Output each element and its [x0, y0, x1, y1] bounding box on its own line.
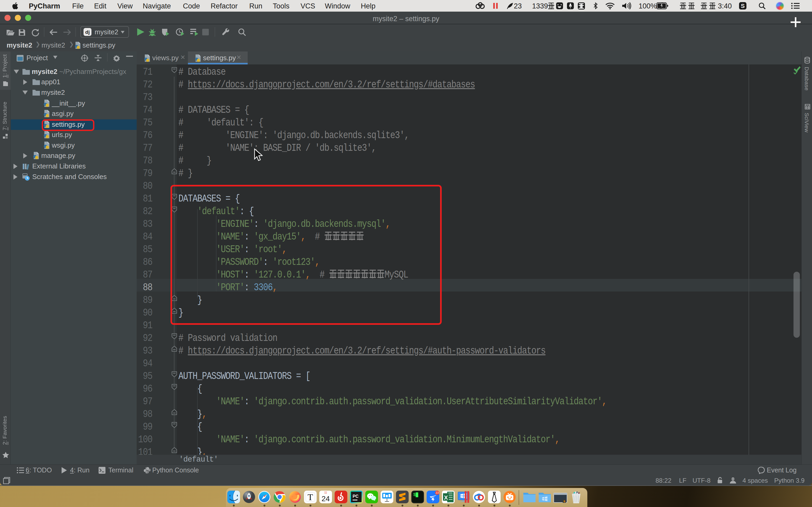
svg-text:X: X — [444, 494, 448, 501]
svg-text:s: s — [564, 499, 565, 503]
svg-text:23: 23 — [436, 491, 439, 494]
svg-text:T: T — [308, 492, 313, 502]
svg-text:24: 24 — [321, 495, 329, 503]
svg-text:$█: $█ — [413, 492, 418, 497]
svg-text:11: 11 — [324, 491, 327, 494]
svg-text:PC: PC — [353, 494, 359, 499]
